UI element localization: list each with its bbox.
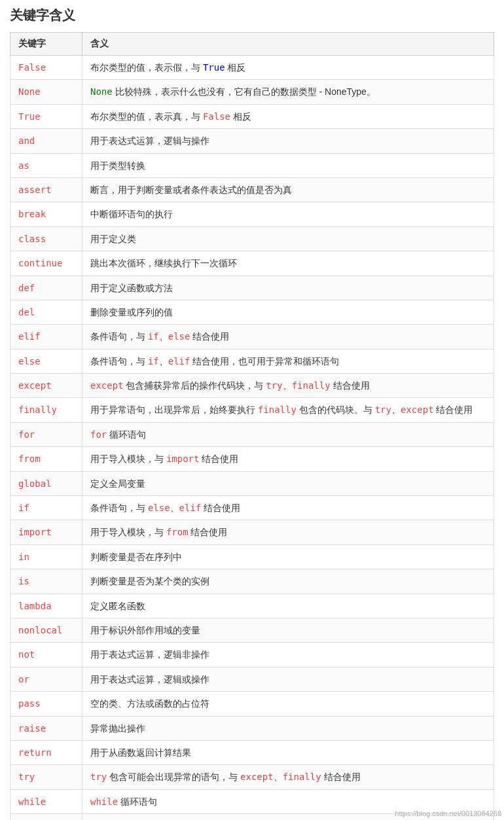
table-row: finally用于异常语句，出现异常后，始终要执行 finally 包含的代码块…	[10, 398, 494, 422]
keyword-cell: def	[10, 276, 82, 300]
meaning-cell: 用于异常语句，出现异常后，始终要执行 finally 包含的代码块。与 try、…	[82, 398, 494, 422]
meaning-cell: 用于表达式运算，逻辑与操作	[82, 129, 494, 153]
table-row: trytry 包含可能会出现异常的语句，与 except、finally 结合使…	[10, 765, 494, 789]
table-row: else条件语句，与 if、elif 结合使用，也可用于异常和循环语句	[10, 349, 494, 373]
keyword-cell: from	[10, 447, 82, 471]
table-row: NoneNone 比较特殊，表示什么也没有，它有自己的数据类型 - NoneTy…	[10, 80, 494, 104]
keyword-cell: and	[10, 129, 82, 153]
table-row: or用于表达式运算，逻辑或操作	[10, 667, 494, 691]
keyword-cell: with	[10, 814, 82, 820]
keyword-cell: break	[10, 202, 82, 226]
keyword-cell: try	[10, 765, 82, 789]
keyword-cell: lambda	[10, 594, 82, 618]
table-row: continue跳出本次循环，继续执行下一次循环	[10, 251, 494, 276]
table-row: assert断言，用于判断变量或者条件表达式的值是否为真	[10, 177, 494, 202]
meaning-cell: 异常抛出操作	[82, 716, 494, 740]
meaning-cell: 用于表达式运算，逻辑非操作	[82, 643, 494, 667]
meaning-cell: 中断循环语句的执行	[82, 202, 494, 226]
keyword-cell: False	[10, 56, 82, 80]
keyword-cell: nonlocal	[10, 618, 82, 642]
keyword-cell: is	[10, 569, 82, 594]
table-header-row: 关键字 含义	[10, 33, 494, 56]
meaning-cell: 空的类、方法或函数的占位符	[82, 692, 494, 716]
col-header-keyword: 关键字	[10, 33, 82, 56]
meaning-cell: for 循环语句	[82, 422, 494, 446]
table-row: class用于定义类	[10, 226, 494, 251]
table-row: elif条件语句，与 if、else 结合使用	[10, 325, 494, 349]
meaning-cell: 用于导入模块，与 import 结合使用	[82, 447, 494, 471]
keyword-cell: not	[10, 643, 82, 667]
keyword-cell: class	[10, 226, 82, 251]
meaning-cell: 用于定义类	[82, 226, 494, 251]
keyword-cell: continue	[10, 251, 82, 276]
meaning-cell: 判断变量是否为某个类的实例	[82, 569, 494, 594]
table-row: is判断变量是否为某个类的实例	[10, 569, 494, 594]
table-row: pass空的类、方法或函数的占位符	[10, 692, 494, 716]
table-row: False布尔类型的值，表示假，与 True 相反	[10, 56, 494, 80]
table-row: True布尔类型的值，表示真，与 False 相反	[10, 104, 494, 128]
meaning-cell: None 比较特殊，表示什么也没有，它有自己的数据类型 - NoneType。	[82, 80, 494, 104]
table-row: forfor 循环语句	[10, 422, 494, 446]
keyword-cell: del	[10, 300, 82, 324]
watermark: https://blog.csdn.net/0013084268	[395, 810, 501, 817]
table-row: nonlocal用于标识外部作用域的变量	[10, 618, 494, 642]
keyword-cell: None	[10, 80, 82, 104]
table-row: from用于导入模块，与 import 结合使用	[10, 447, 494, 471]
table-row: import用于导入模块，与 from 结合使用	[10, 520, 494, 544]
meaning-cell: 定义全局变量	[82, 471, 494, 495]
meaning-cell: 用于从函数返回计算结果	[82, 740, 494, 764]
meaning-cell: 条件语句，与 else、elif 结合使用	[82, 496, 494, 520]
keyword-cell: finally	[10, 398, 82, 422]
table-row: in判断变量是否在序列中	[10, 544, 494, 569]
meaning-cell: 条件语句，与 if、elif 结合使用，也可用于异常和循环语句	[82, 349, 494, 373]
table-row: global定义全局变量	[10, 471, 494, 495]
meaning-cell: 用于定义函数或方法	[82, 276, 494, 300]
keyword-cell: True	[10, 104, 82, 128]
table-row: if条件语句，与 else、elif 结合使用	[10, 496, 494, 520]
meaning-cell: 布尔类型的值，表示真，与 False 相反	[82, 104, 494, 128]
table-row: del删除变量或序列的值	[10, 300, 494, 324]
page-title: 关键字含义	[10, 7, 494, 24]
table-row: break中断循环语句的执行	[10, 202, 494, 226]
meaning-cell: 判断变量是否在序列中	[82, 544, 494, 569]
table-row: def用于定义函数或方法	[10, 276, 494, 300]
keyword-cell: global	[10, 471, 82, 495]
meaning-cell: 用于类型转换	[82, 153, 494, 177]
keyword-cell: if	[10, 496, 82, 520]
keywords-table: 关键字 含义 False布尔类型的值，表示假，与 True 相反NoneNone…	[10, 32, 494, 820]
meaning-cell: 跳出本次循环，继续执行下一次循环	[82, 251, 494, 276]
keyword-cell: raise	[10, 716, 82, 740]
table-row: exceptexcept 包含捕获异常后的操作代码块，与 try、finally…	[10, 374, 494, 398]
keyword-cell: return	[10, 740, 82, 764]
meaning-cell: 条件语句，与 if、else 结合使用	[82, 325, 494, 349]
meaning-cell: try 包含可能会出现异常的语句，与 except、finally 结合使用	[82, 765, 494, 789]
meaning-cell: except 包含捕获异常后的操作代码块，与 try、finally 结合使用	[82, 374, 494, 398]
table-row: not用于表达式运算，逻辑非操作	[10, 643, 494, 667]
keyword-cell: else	[10, 349, 82, 373]
keyword-cell: except	[10, 374, 82, 398]
table-row: lambda定义匿名函数	[10, 594, 494, 618]
keyword-cell: in	[10, 544, 82, 569]
keyword-cell: as	[10, 153, 82, 177]
table-row: return用于从函数返回计算结果	[10, 740, 494, 764]
table-row: as用于类型转换	[10, 153, 494, 177]
keyword-cell: while	[10, 789, 82, 813]
meaning-cell: 删除变量或序列的值	[82, 300, 494, 324]
keyword-cell: elif	[10, 325, 82, 349]
meaning-cell: 定义匿名函数	[82, 594, 494, 618]
keyword-cell: pass	[10, 692, 82, 716]
table-row: and用于表达式运算，逻辑与操作	[10, 129, 494, 153]
meaning-cell: 布尔类型的值，表示假，与 True 相反	[82, 56, 494, 80]
meaning-cell: 用于标识外部作用域的变量	[82, 618, 494, 642]
meaning-cell: 用于表达式运算，逻辑或操作	[82, 667, 494, 691]
keyword-cell: for	[10, 422, 82, 446]
meaning-cell: 用于导入模块，与 from 结合使用	[82, 520, 494, 544]
table-row: raise异常抛出操作	[10, 716, 494, 740]
keyword-cell: import	[10, 520, 82, 544]
keyword-cell: or	[10, 667, 82, 691]
keyword-cell: assert	[10, 177, 82, 202]
col-header-meaning: 含义	[82, 33, 494, 56]
meaning-cell: 断言，用于判断变量或者条件表达式的值是否为真	[82, 177, 494, 202]
